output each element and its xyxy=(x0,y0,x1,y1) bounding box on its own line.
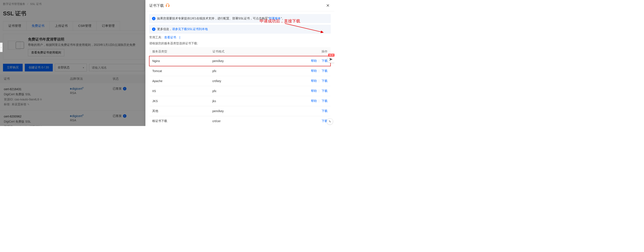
alert-more-info: i 更多信息，请参见下载SSL证书到本地 xyxy=(149,25,330,33)
download-doc-link[interactable]: 请参见下载SSL证书到本地 xyxy=(172,27,208,31)
download-link[interactable]: 下载 xyxy=(322,59,328,62)
row-actions: 帮助|下载 xyxy=(261,66,330,76)
server-type: JKS xyxy=(149,96,209,106)
download-row: Nginxpem/key帮助|下载 xyxy=(149,56,330,66)
col-server-type: 服务器类型 xyxy=(149,47,209,56)
close-icon[interactable]: ✕ xyxy=(325,2,330,8)
server-type: Apache xyxy=(149,76,209,86)
col-operation: 操作 xyxy=(261,47,330,56)
help-link[interactable]: 帮助 xyxy=(311,89,317,93)
row-actions: 下载 xyxy=(261,106,330,116)
cert-format: pem/key xyxy=(210,56,261,66)
drawer-title: 证书下载 xyxy=(149,3,164,8)
cert-format: pfx xyxy=(210,86,261,96)
help-link[interactable]: 帮助 xyxy=(311,59,317,62)
side-expand-handle[interactable]: ‹ xyxy=(0,43,2,52)
row-actions: 下载 xyxy=(261,116,330,126)
download-hint: 请根据您的服务器类型选择证书下载: xyxy=(149,42,330,45)
download-link[interactable]: 下载 xyxy=(322,89,328,93)
action-divider: | xyxy=(318,69,320,73)
download-link[interactable]: 下载 xyxy=(322,69,328,73)
annotation-text: 申请成功后，直接下载 xyxy=(260,18,300,24)
help-link[interactable]: 帮助 xyxy=(311,79,317,83)
alert-deploy-service: i 如果您需要技术专家提供1对1在线技术支持，进行配置、部署SSL证书，可点击购… xyxy=(149,14,330,23)
new-badge: NEW xyxy=(328,54,334,56)
alert2-text: 更多信息， xyxy=(157,27,172,31)
download-row: Apachecrt/key帮助|下载 xyxy=(149,76,330,86)
action-divider: | xyxy=(318,89,320,93)
server-type: Nginx xyxy=(149,56,209,66)
download-link[interactable]: 下载 xyxy=(322,109,328,113)
action-divider: | xyxy=(318,79,320,83)
alert1-text: 如果您需要技术专家提供1对1在线技术支持，进行配置、部署SSL证书，可点击购买" xyxy=(157,17,269,20)
action-divider: | xyxy=(318,59,320,62)
server-type: IIS xyxy=(149,86,209,96)
download-drawer: 证书下载 ✕ i 如果您需要技术专家提供1对1在线技术支持，进行配置、部署SSL… xyxy=(146,0,334,126)
info-icon: i xyxy=(152,27,156,31)
server-type: Tomcat xyxy=(149,66,209,76)
row-actions: 帮助|下载 xyxy=(261,76,330,86)
cert-format: pfx xyxy=(210,66,261,76)
cert-format: jks xyxy=(210,96,261,106)
col-cert-format: 证书格式 xyxy=(210,47,261,56)
help-link[interactable]: 帮助 xyxy=(311,69,317,73)
drawer-header: 证书下载 ✕ xyxy=(146,0,334,11)
help-link[interactable]: 帮助 xyxy=(311,99,317,103)
drawer-body: i 如果您需要技术专家提供1对1在线技术支持，进行配置、部署SSL证书，可点击购… xyxy=(146,11,334,126)
tools-label: 常用工具: xyxy=(149,36,162,39)
download-row: Tomcatpfx帮助|下载 xyxy=(149,66,330,76)
download-row: 其他pem/key下载 xyxy=(149,106,330,116)
edit-fab-button[interactable]: ✎ xyxy=(327,118,333,125)
row-actions: 帮助|下载 xyxy=(261,56,330,66)
download-row: 根证书下载crt/cer下载 xyxy=(149,116,330,126)
server-type: 根证书下载 xyxy=(149,116,209,126)
row-actions: 帮助|下载 xyxy=(261,96,330,106)
download-table: 服务器类型 证书格式 操作 Nginxpem/key帮助|下载Tomcatpfx… xyxy=(149,47,330,126)
view-cert-link[interactable]: 查看证书 xyxy=(164,36,176,39)
row-actions: 帮助|下载 xyxy=(261,86,330,96)
download-row: JKSjks帮助|下载 xyxy=(149,96,330,106)
feedback-button[interactable] xyxy=(327,56,334,63)
action-divider: | xyxy=(318,99,320,103)
download-link[interactable]: 下载 xyxy=(322,79,328,83)
server-type: 其他 xyxy=(149,106,209,116)
download-link[interactable]: 下载 xyxy=(322,99,328,103)
cert-format: crt/cer xyxy=(210,116,261,126)
tools-row: 常用工具: 查看证书 ⋮ xyxy=(149,36,330,39)
cert-format: crt/key xyxy=(210,76,261,86)
cert-format: pem/key xyxy=(210,106,261,116)
headset-icon[interactable] xyxy=(166,3,170,8)
info-icon: i xyxy=(152,17,156,20)
more-tools-menu[interactable]: ⋮ xyxy=(178,36,182,39)
download-row: IISpfx帮助|下载 xyxy=(149,86,330,96)
